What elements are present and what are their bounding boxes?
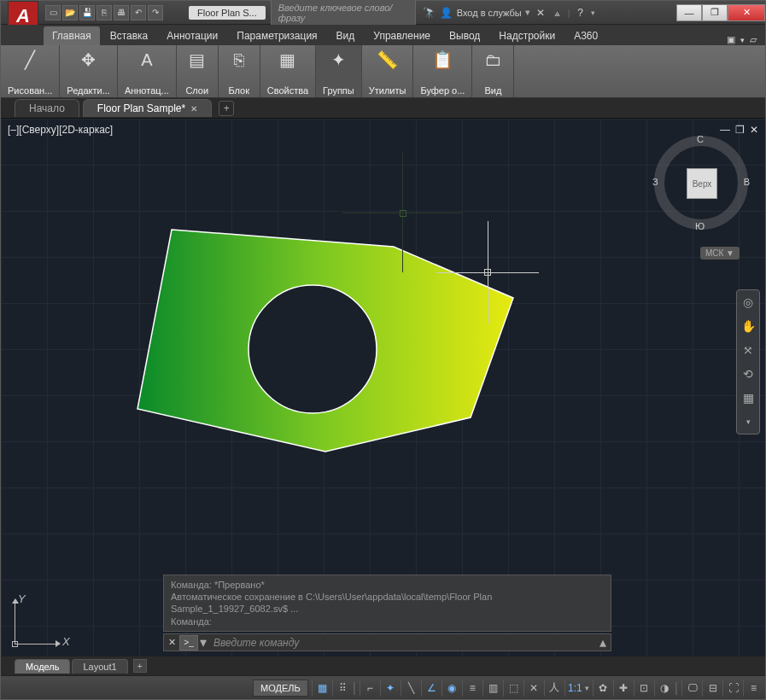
quickprops-icon[interactable]: ◑ [654, 680, 671, 697]
transparency-icon[interactable]: ▥ [482, 680, 500, 697]
viewcube-west[interactable]: З [652, 177, 658, 187]
panel-annotate[interactable]: AАннотац... [118, 45, 177, 97]
close-tab-icon[interactable]: ✕ [190, 104, 197, 114]
ribbon-tab-parametric[interactable]: Параметризация [228, 26, 325, 45]
viewport-minimize-icon[interactable]: — [720, 124, 730, 136]
viewcube-east[interactable]: В [744, 177, 750, 187]
ribbon-tab-manage[interactable]: Управление [365, 26, 439, 45]
panel-clipboard[interactable]: 📋Буфер о... [413, 45, 472, 97]
search-input[interactable]: Введите ключевое слово/фразу [271, 0, 416, 26]
isolate-icon[interactable]: ⊟ [702, 680, 719, 697]
command-history[interactable]: Команда: *Прервано* Автоматическое сохра… [163, 575, 611, 632]
osnap-toggle-icon[interactable]: ∠ [421, 680, 438, 697]
ribbon-tab-annotate[interactable]: Аннотации [158, 26, 226, 45]
panel-groups[interactable]: ✦Группы [316, 45, 362, 97]
ribbon-tab-output[interactable]: Вывод [441, 26, 488, 45]
lineweight-icon[interactable]: ≡ [462, 680, 479, 697]
navbar-expand-icon[interactable]: ▾ [740, 413, 757, 430]
fullnav-icon[interactable]: ◎ [740, 294, 757, 311]
layout-tab-model[interactable]: Модель [15, 659, 70, 674]
ucs-icon[interactable]: Y X [15, 588, 74, 648]
ucs-x-label: X [62, 635, 70, 648]
selection-cycling-icon[interactable]: ⬚ [503, 680, 520, 697]
snap-toggle-icon[interactable]: ⠿ [332, 680, 349, 697]
layout-tab-layout1[interactable]: Layout1 [72, 659, 127, 674]
workspace-icon[interactable]: ✿ [593, 680, 610, 697]
viewport-label[interactable]: [–][Сверху][2D-каркас] [8, 124, 113, 136]
close-button[interactable]: ✕ [728, 4, 765, 21]
panel-layers[interactable]: ▤Слои [177, 45, 219, 97]
drawing-area[interactable]: [–][Сверху][2D-каркас] — ❐ ✕ [1, 119, 765, 656]
redo-icon[interactable]: ↷ [148, 5, 163, 20]
ribbon-tab-a360[interactable]: A360 [565, 26, 606, 45]
new-icon[interactable]: ▭ [45, 5, 61, 20]
command-recent-icon[interactable]: ▴ [595, 634, 611, 650]
viewcube-north[interactable]: С [697, 134, 704, 144]
ribbon-tab-view[interactable]: Вид [328, 26, 364, 45]
user-icon[interactable]: 👤 [440, 6, 453, 20]
undo-icon[interactable]: ↶ [131, 5, 146, 20]
command-input[interactable]: Введите команду [208, 635, 595, 650]
file-tab-0[interactable]: Floor Plan Sample* ✕ [83, 99, 212, 117]
zoom-extents-icon[interactable]: ⤧ [740, 341, 757, 359]
ribbon-tab-home[interactable]: Главная [44, 26, 100, 45]
annomonitor-icon[interactable]: ✚ [613, 680, 630, 697]
viewport-maximize-icon[interactable]: ❐ [735, 124, 745, 136]
new-tab-button[interactable]: + [219, 101, 234, 116]
saveas-icon[interactable]: ⎘ [96, 5, 112, 20]
customize-icon[interactable]: ≡ [743, 680, 760, 697]
viewport-close-icon[interactable]: ✕ [750, 124, 758, 136]
otrack-icon[interactable]: ◉ [441, 680, 459, 697]
move-icon: ✥ [75, 49, 102, 71]
history-line: Команда: [171, 615, 604, 627]
clipboard-icon: 📋 [429, 49, 456, 71]
panel-modify[interactable]: ✥Редакти... [60, 45, 118, 97]
isodraft-icon[interactable]: ╲ [401, 680, 418, 697]
ribbon-tab-insert[interactable]: Вставка [102, 26, 157, 45]
3dosnap-icon[interactable]: ✕ [523, 680, 541, 697]
exchange-icon[interactable]: ✕ [534, 6, 547, 20]
polar-toggle-icon[interactable]: ✦ [380, 680, 397, 697]
command-prompt-icon[interactable]: >_ [179, 635, 198, 650]
dynamic-ucs-icon[interactable]: 人 [544, 680, 561, 697]
units-icon[interactable]: ⊡ [634, 680, 651, 697]
viewcube[interactable]: Верх С Ю З В [654, 136, 748, 230]
login-button[interactable]: Вход в службы [457, 8, 522, 18]
maximize-button[interactable]: ❐ [702, 4, 728, 21]
panel-properties[interactable]: ▦Свойства [260, 45, 316, 97]
help-icon[interactable]: ? [574, 6, 588, 20]
binoculars-icon[interactable]: 🔭 [423, 6, 436, 20]
hardware-accel-icon[interactable]: 🖵 [681, 680, 699, 697]
save-icon[interactable]: 💾 [79, 5, 95, 20]
ribbon-tab-addins[interactable]: Надстройки [490, 26, 564, 45]
minimize-button[interactable]: — [676, 4, 702, 21]
orbit-icon[interactable]: ⟲ [740, 365, 757, 382]
ortho-toggle-icon[interactable]: ⌐ [360, 680, 377, 697]
model-space-button[interactable]: МОДЕЛЬ [253, 680, 308, 697]
viewcube-face-top[interactable]: Верх [687, 168, 717, 199]
a360-icon[interactable]: ⟁ [551, 6, 564, 20]
cleanscreen-icon[interactable]: ⛶ [722, 680, 740, 697]
annoscale-label[interactable]: 1:1 [564, 680, 582, 697]
viewcube-south[interactable]: Ю [695, 221, 705, 231]
view-icon: 🗀 [479, 49, 506, 71]
cursor-crosshair [462, 247, 513, 298]
start-tab[interactable]: Начало [15, 99, 79, 117]
showmotion-icon[interactable]: ▦ [740, 389, 757, 406]
ribbon-featured-icon[interactable]: ▣ [727, 34, 735, 45]
layout-tabs: Модель Layout1 + [1, 656, 765, 675]
print-icon[interactable]: 🖶 [114, 5, 129, 20]
grid-toggle-icon[interactable]: ▦ [312, 680, 329, 697]
command-close-icon[interactable]: ✕ [164, 637, 179, 648]
panel-view[interactable]: 🗀Вид [472, 45, 514, 97]
ribbon-minimize-icon[interactable]: ▱ [750, 34, 757, 45]
ucs-badge[interactable]: МСК ▼ [700, 247, 740, 260]
title-right-controls: 🔭 👤 Вход в службы▾ ✕ ⟁ | ? ▾ [423, 6, 595, 20]
window-controls: — ❐ ✕ [676, 4, 765, 21]
new-layout-button[interactable]: + [133, 659, 147, 673]
panel-utilities[interactable]: 📏Утилиты [362, 45, 414, 97]
pan-icon[interactable]: ✋ [740, 318, 757, 335]
panel-block[interactable]: ⎘Блок [219, 45, 260, 97]
panel-draw[interactable]: ╱Рисован... [1, 45, 60, 97]
open-icon[interactable]: 📂 [62, 5, 78, 20]
